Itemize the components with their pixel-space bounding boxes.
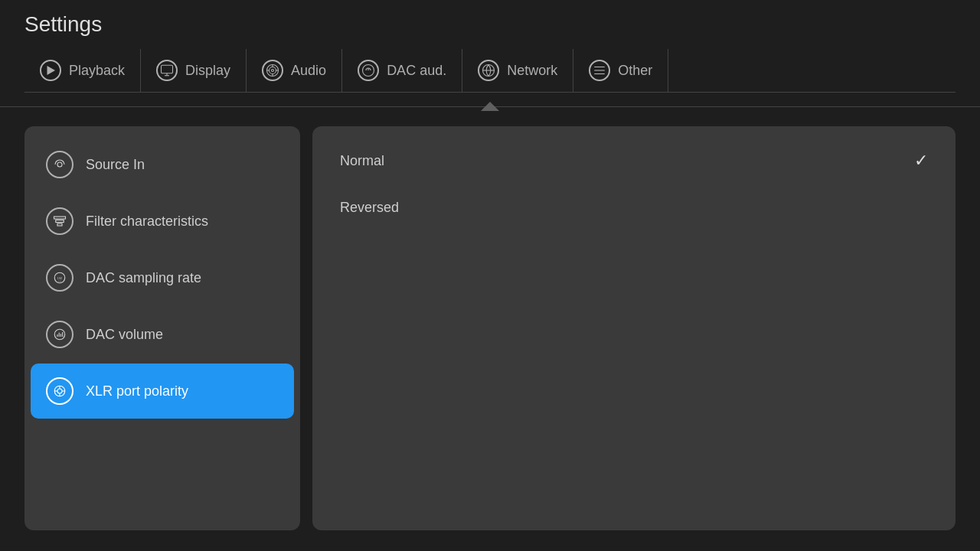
other-icon — [589, 60, 610, 81]
tab-other-label: Other — [618, 63, 652, 79]
menu-item-dac-volume[interactable]: DAC volume — [31, 307, 294, 362]
filter-icon — [46, 207, 74, 235]
tab-dac-audio[interactable]: DAC aud. — [342, 49, 462, 92]
tab-audio[interactable]: Audio — [247, 49, 342, 92]
menu-item-xlr-label: XLR port polarity — [86, 383, 188, 399]
menu-item-filter-label: Filter characteristics — [86, 214, 208, 230]
tab-display-label: Display — [185, 63, 230, 79]
checkmark-normal-icon: ✓ — [914, 151, 928, 171]
sampling-icon: 192 KHz — [46, 264, 74, 292]
chevron-up-icon — [481, 102, 499, 111]
svg-rect-20 — [56, 220, 64, 223]
left-panel: Source In Filter characteristics 192 KHz… — [24, 126, 300, 530]
svg-point-6 — [272, 70, 274, 72]
display-icon — [156, 60, 178, 81]
tab-audio-label: Audio — [291, 63, 326, 79]
dac-small-icon — [46, 151, 74, 178]
svg-text:KHz: KHz — [58, 280, 62, 282]
header: Settings Playback Display — [0, 0, 980, 99]
menu-item-dac-sampling-label: DAC sampling rate — [86, 270, 201, 286]
option-reversed[interactable]: Reversed — [318, 186, 949, 230]
tab-network-label: Network — [507, 63, 557, 79]
tab-other[interactable]: Other — [573, 49, 668, 92]
network-icon — [478, 60, 499, 81]
page-title: Settings — [24, 12, 956, 37]
tab-playback-label: Playback — [69, 63, 125, 79]
menu-item-dac-sampling-rate[interactable]: 192 KHz DAC sampling rate — [31, 250, 294, 305]
tab-display[interactable]: Display — [141, 49, 247, 92]
play-icon — [40, 60, 61, 81]
svg-marker-0 — [47, 66, 56, 75]
menu-item-filter-characteristics[interactable]: Filter characteristics — [31, 194, 294, 249]
option-normal[interactable]: Normal ✓ — [318, 137, 949, 184]
right-panel: Normal ✓ Reversed — [312, 126, 956, 530]
svg-point-5 — [270, 67, 276, 74]
option-normal-label: Normal — [340, 153, 384, 169]
svg-point-31 — [57, 389, 62, 393]
volume-icon — [46, 321, 74, 348]
dac-icon — [358, 60, 379, 81]
option-reversed-label: Reversed — [340, 200, 399, 216]
svg-rect-21 — [57, 223, 62, 226]
tab-dac-audio-label: DAC aud. — [387, 63, 446, 79]
menu-item-source-in-label: Source In — [86, 157, 145, 173]
tab-network[interactable]: Network — [462, 49, 573, 92]
xlr-icon — [46, 377, 74, 405]
menu-item-xlr-port-polarity[interactable]: XLR port polarity — [31, 364, 294, 419]
main-content: Source In Filter characteristics 192 KHz… — [0, 114, 980, 543]
chevron-container — [0, 99, 980, 114]
svg-point-18 — [57, 162, 62, 167]
audio-icon — [262, 60, 283, 81]
svg-point-25 — [54, 329, 65, 340]
menu-item-dac-volume-label: DAC volume — [86, 327, 163, 343]
tab-bar: Playback Display Audio — [24, 49, 956, 93]
svg-rect-19 — [54, 217, 66, 219]
menu-item-source-in[interactable]: Source In — [31, 137, 294, 192]
tab-playback[interactable]: Playback — [24, 49, 141, 92]
svg-rect-1 — [162, 65, 173, 73]
